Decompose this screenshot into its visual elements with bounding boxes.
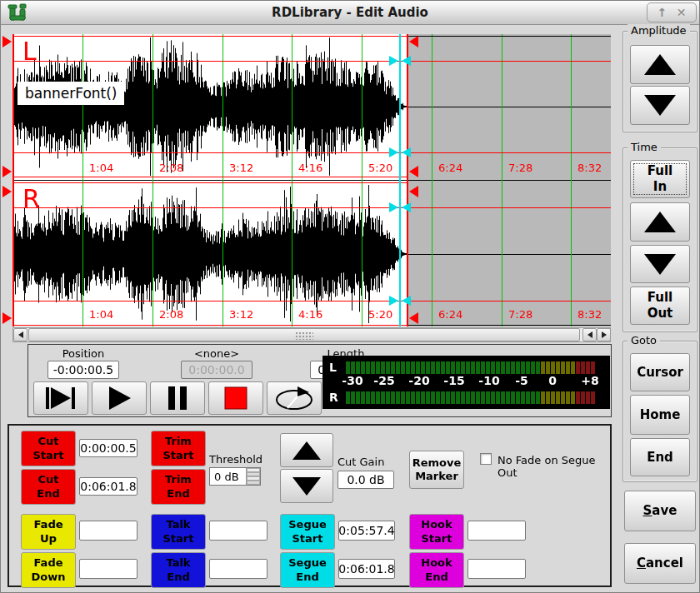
threshold-up-button[interactable] xyxy=(247,468,260,476)
meter-segment xyxy=(431,361,435,374)
segue-marker-icon[interactable] xyxy=(402,296,411,306)
meter-segment xyxy=(511,391,515,404)
meter-segment xyxy=(466,361,470,374)
waveform-canvas[interactable] xyxy=(12,34,611,326)
zoom-in-button[interactable] xyxy=(630,202,690,242)
no-fade-checkbox[interactable] xyxy=(480,453,492,465)
stop-button[interactable] xyxy=(208,381,263,415)
meter-segment xyxy=(366,361,370,374)
meter-bar-right xyxy=(346,391,595,404)
hook-end-button[interactable]: Hook End xyxy=(409,552,464,588)
segue-end-button[interactable]: Segue End xyxy=(280,552,335,588)
meter-segment xyxy=(536,361,540,374)
cut-end-button[interactable]: Cut End xyxy=(21,469,76,505)
waveform-display[interactable]: L R bannerFont() 1:042:083:124:165:206:2… xyxy=(12,34,611,326)
trim-start-button[interactable]: Trim Start xyxy=(151,431,206,466)
time-label: 2:08 xyxy=(159,308,183,321)
scroll-left-button[interactable] xyxy=(13,328,28,341)
segue-start-line[interactable] xyxy=(399,34,401,326)
play-from-cursor-button[interactable] xyxy=(33,381,88,415)
time-label: 5:20 xyxy=(368,162,392,174)
left-arrow-icon xyxy=(18,331,23,338)
window-controls: ↑ ✕ xyxy=(647,2,697,22)
cancel-button[interactable]: Cancel xyxy=(624,543,696,584)
goto-home-button[interactable]: Home xyxy=(630,395,690,435)
meter-scale-label: -25 xyxy=(373,374,394,387)
meter-segment xyxy=(526,361,530,374)
stop-icon xyxy=(224,386,248,410)
meter-segment xyxy=(381,391,385,404)
segue-marker-icon[interactable] xyxy=(389,296,398,306)
meter-segment xyxy=(386,391,390,404)
waveform-scrollbar[interactable] xyxy=(12,327,611,342)
cut-end-line[interactable] xyxy=(407,34,408,326)
goto-cursor-button[interactable]: Cursor xyxy=(630,353,690,391)
meter-segment xyxy=(391,361,395,374)
segue-marker-icon[interactable] xyxy=(402,56,411,66)
cut-end-marker-icon[interactable] xyxy=(409,186,418,197)
meter-segment xyxy=(426,361,430,374)
talk-start-button[interactable]: Talk Start xyxy=(151,514,206,550)
close-window-icon[interactable]: ✕ xyxy=(677,6,687,19)
amplitude-down-button[interactable] xyxy=(630,86,690,125)
threshold-down-button[interactable] xyxy=(247,476,260,485)
time-label: 6:24 xyxy=(438,162,462,174)
goto-end-button[interactable]: End xyxy=(630,438,690,476)
cut-end-marker-icon[interactable] xyxy=(409,166,418,177)
time-label: 7:28 xyxy=(508,308,532,321)
meter-segment xyxy=(556,361,560,374)
meter-segment xyxy=(401,361,405,374)
segue-start-button[interactable]: Segue Start xyxy=(280,514,335,550)
time-label: 3:12 xyxy=(229,308,253,321)
pause-button[interactable] xyxy=(150,381,205,415)
fade-down-button[interactable]: Fade Down xyxy=(21,552,76,588)
remove-marker-button[interactable]: Remove Marker xyxy=(409,451,464,489)
scrollbar-handle[interactable] xyxy=(28,328,580,341)
segue-marker-icon[interactable] xyxy=(402,147,411,157)
meter-scale-label: -5 xyxy=(515,374,528,387)
save-button[interactable]: Save xyxy=(624,491,696,531)
meter-segment xyxy=(376,361,380,374)
segue-marker-icon[interactable] xyxy=(389,56,398,66)
meter-segment xyxy=(396,361,400,374)
cut-gain-label: Cut Gain xyxy=(338,456,384,468)
meter-segment xyxy=(591,391,595,404)
meter-segment xyxy=(351,361,355,374)
shade-window-icon[interactable]: ↑ xyxy=(658,6,668,19)
cut-start-button[interactable]: Cut Start xyxy=(21,431,76,466)
gain-down-button[interactable] xyxy=(280,469,333,503)
meter-segment xyxy=(566,391,570,404)
scroll-right-button[interactable] xyxy=(597,328,611,341)
meter-segment xyxy=(551,391,555,404)
meter-segment xyxy=(551,361,555,374)
time-group-label: Time xyxy=(628,141,661,153)
meter-segment xyxy=(581,361,585,374)
up-arrow-icon xyxy=(644,54,676,75)
amplitude-up-button[interactable] xyxy=(630,45,690,84)
zoom-out-button[interactable] xyxy=(630,245,690,283)
scroll-left-button-2[interactable] xyxy=(582,328,597,341)
segue-marker-icon[interactable] xyxy=(402,202,411,212)
cut-start-marker-left-top-icon xyxy=(2,36,12,47)
cut-end-marker-icon[interactable] xyxy=(409,312,418,324)
trim-end-button[interactable]: Trim End xyxy=(151,469,206,505)
play-button[interactable] xyxy=(92,381,147,415)
marker-readout-label: <none> xyxy=(181,347,252,360)
loop-button[interactable] xyxy=(267,381,322,415)
time-label: 1:04 xyxy=(89,162,113,174)
hook-start-button[interactable]: Hook Start xyxy=(409,514,464,550)
zoom-full-out-button[interactable]: Full Out xyxy=(630,287,690,325)
gain-up-button[interactable] xyxy=(280,433,333,467)
segue-marker-icon[interactable] xyxy=(389,147,398,157)
zoom-full-in-button[interactable]: Full In xyxy=(630,160,690,198)
threshold-spinbox[interactable]: 0 dB xyxy=(209,467,261,486)
segue-marker-icon[interactable] xyxy=(389,202,398,212)
cut-end-marker-icon[interactable] xyxy=(409,36,418,47)
fade-down-value xyxy=(79,559,138,579)
fade-up-button[interactable]: Fade Up xyxy=(21,514,76,550)
talk-end-button[interactable]: Talk End xyxy=(151,552,206,588)
meter-segment xyxy=(531,361,535,374)
meter-segment xyxy=(476,361,480,374)
meter-segment xyxy=(461,391,465,404)
meter-scale-label: +8 xyxy=(581,374,598,387)
